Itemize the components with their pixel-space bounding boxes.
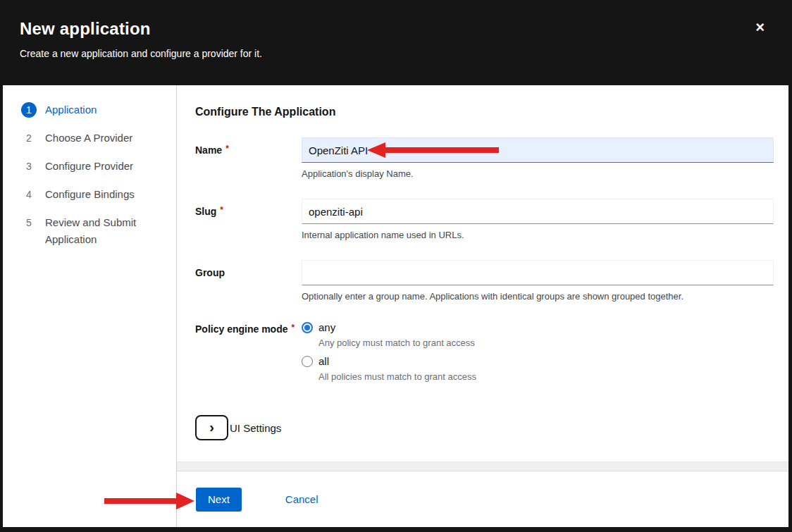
radio-any-label[interactable]: any (318, 321, 335, 333)
wizard-step-review-submit[interactable]: 5 Review and Submit Application (3, 209, 176, 254)
name-input[interactable] (302, 137, 774, 163)
name-form-group: Name* Application's display Name. (195, 137, 774, 179)
name-helper-text: Application's display Name. (302, 168, 774, 179)
step-label: Choose A Provider (45, 130, 132, 147)
radio-all[interactable] (302, 356, 313, 367)
slug-helper-text: Internal application name used in URLs. (302, 230, 774, 240)
policy-option-all: all (302, 355, 774, 367)
wizard-step-configure-provider[interactable]: 3 Configure Provider (3, 152, 176, 180)
modal-subtitle: Create a new application and configure a… (20, 48, 772, 59)
radio-any[interactable] (302, 322, 313, 333)
step-number: 3 (21, 159, 37, 174)
close-icon: × (755, 18, 765, 36)
group-label: Group (195, 267, 225, 278)
ui-settings-label: UI Settings (230, 422, 281, 434)
required-asterisk: * (291, 323, 295, 333)
radio-all-label[interactable]: all (318, 355, 329, 367)
ui-settings-expand-button[interactable]: › (195, 415, 228, 440)
step-label: Configure Provider (45, 158, 133, 175)
group-input[interactable] (302, 260, 774, 285)
wizard-step-panel: Configure The Application Name* (177, 85, 788, 462)
step-label: Review and Submit Application (45, 214, 151, 248)
section-heading: Configure The Application (195, 106, 774, 118)
wizard-step-choose-provider[interactable]: 2 Choose A Provider (3, 124, 176, 152)
cancel-link[interactable]: Cancel (285, 493, 318, 505)
group-form-group: Group Optionally enter a group name. App… (195, 260, 774, 302)
slug-label: Slug* (195, 206, 223, 217)
wizard-nav: 1 Application 2 Choose A Provider 3 Conf… (3, 85, 177, 527)
required-asterisk: * (220, 205, 223, 215)
step-number-badge: 1 (21, 102, 37, 118)
slug-input[interactable] (302, 199, 774, 224)
modal-title: New application (20, 19, 772, 39)
radio-all-helper: All policies must match to grant access (318, 371, 774, 382)
step-number: 5 (21, 215, 37, 230)
policy-engine-mode-label: Policy engine mode* (195, 323, 295, 335)
wizard-step-application[interactable]: 1 Application (3, 96, 176, 124)
modal-body: 1 Application 2 Choose A Provider 3 Conf… (3, 85, 788, 527)
name-label: Name* (195, 144, 229, 156)
step-label: Configure Bindings (45, 186, 135, 203)
new-application-modal: New application Create a new application… (3, 0, 788, 527)
content-footer-divider (177, 462, 788, 471)
wizard-footer: Next Cancel (177, 471, 788, 527)
step-number: 4 (21, 187, 37, 202)
modal-header: New application Create a new application… (3, 0, 788, 85)
wizard-content-column: Configure The Application Name* (177, 85, 788, 527)
slug-form-group: Slug* Internal application name used in … (195, 199, 774, 240)
policy-option-any: any (302, 321, 774, 333)
step-number: 2 (21, 130, 37, 146)
step-label: Application (45, 101, 97, 118)
radio-any-helper: Any policy must match to grant access (318, 338, 774, 348)
next-button[interactable]: Next (196, 488, 242, 512)
group-helper-text: Optionally enter a group name. Applicati… (302, 291, 774, 302)
wizard-step-configure-bindings[interactable]: 4 Configure Bindings (3, 180, 176, 209)
required-asterisk: * (225, 144, 229, 154)
chevron-right-icon: › (209, 420, 214, 434)
close-button[interactable]: × (755, 20, 765, 35)
policy-engine-mode-group: Policy engine mode* any Any policy must … (195, 321, 774, 389)
ui-settings-section: › UI Settings (195, 415, 774, 440)
